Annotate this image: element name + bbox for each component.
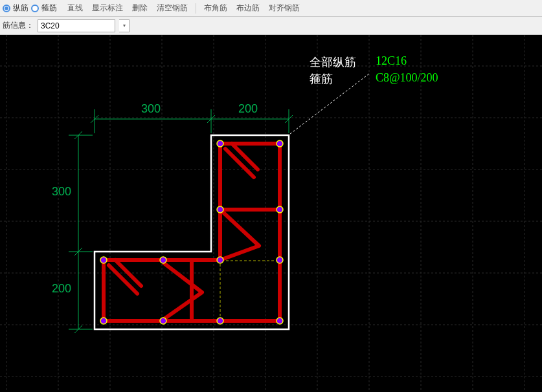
- dim-top-1: 300: [141, 102, 161, 116]
- drawing-canvas[interactable]: 300 200 300 200 全部纵筋 12C16 箍筋 C8@100/200: [0, 35, 542, 392]
- radio-stirrup-label: 箍筋: [41, 3, 57, 14]
- stirrup-value: C8@100/200: [376, 71, 438, 85]
- rebar-type-radio-group: 纵筋 箍筋: [3, 3, 57, 14]
- toolbar-divider: [196, 3, 196, 14]
- radio-longitudinal[interactable]: [3, 5, 10, 12]
- dim-left-2: 200: [52, 282, 71, 296]
- show-annotation-button[interactable]: 显示标注: [88, 1, 127, 15]
- corner-rebar-button[interactable]: 布角筋: [200, 1, 231, 15]
- radio-longitudinal-label: 纵筋: [13, 3, 28, 14]
- stirrup-label: 箍筋: [310, 71, 333, 87]
- clear-rebar-button[interactable]: 清空钢筋: [153, 1, 192, 15]
- rebar-info-dropdown[interactable]: ▾: [119, 19, 130, 32]
- line-button[interactable]: 直线: [63, 1, 87, 15]
- delete-button[interactable]: 删除: [128, 1, 152, 15]
- edge-rebar-button[interactable]: 布边筋: [232, 1, 264, 15]
- all-long-label: 全部纵筋: [310, 54, 356, 70]
- rebar-info-input[interactable]: [38, 19, 115, 32]
- all-long-value: 12C16: [376, 54, 407, 68]
- dim-left-1: 300: [52, 185, 71, 199]
- align-rebar-button[interactable]: 对齐钢筋: [265, 1, 304, 15]
- info-bar: 筋信息： ▾: [0, 17, 542, 35]
- cad-drawing: [0, 35, 542, 392]
- rebar-info-label: 筋信息：: [3, 20, 34, 31]
- radio-stirrup[interactable]: [31, 5, 39, 12]
- dim-top-2: 200: [238, 102, 258, 116]
- toolbar: 纵筋 箍筋 直线 显示标注 删除 清空钢筋 布角筋 布边筋 对齐钢筋: [0, 0, 542, 17]
